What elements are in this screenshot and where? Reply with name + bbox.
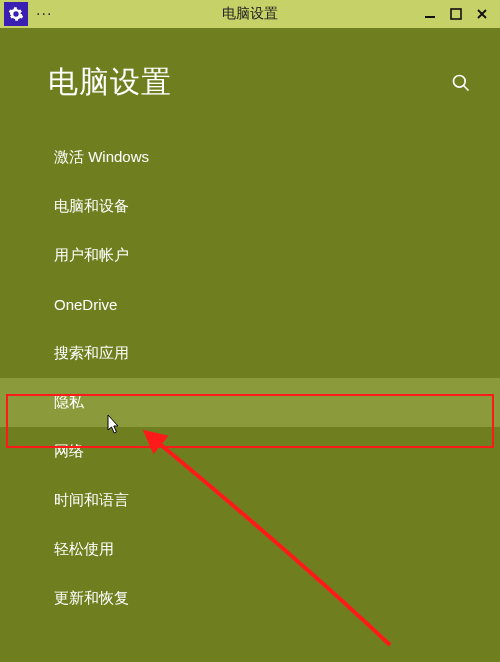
titlebar: ··· 电脑设置 (0, 0, 500, 28)
nav-item-privacy[interactable]: 隐私 (0, 378, 500, 427)
nav-item-onedrive[interactable]: OneDrive (0, 280, 500, 329)
nav-label: 网络 (54, 442, 84, 461)
nav-label: OneDrive (54, 296, 117, 313)
nav-label: 电脑和设备 (54, 197, 129, 216)
page-title: 电脑设置 (48, 62, 172, 103)
svg-line-3 (464, 85, 469, 90)
app-gear-icon (4, 2, 28, 26)
header: 电脑设置 (0, 28, 500, 111)
svg-rect-0 (425, 16, 435, 18)
nav-label: 激活 Windows (54, 148, 149, 167)
window-controls (422, 0, 496, 28)
nav-label: 更新和恢复 (54, 589, 129, 608)
nav-label: 搜索和应用 (54, 344, 129, 363)
minimize-button[interactable] (422, 6, 438, 22)
nav-item-time-language[interactable]: 时间和语言 (0, 476, 500, 525)
nav-item-activate-windows[interactable]: 激活 Windows (0, 133, 500, 182)
nav-item-network[interactable]: 网络 (0, 427, 500, 476)
search-icon[interactable] (450, 72, 472, 94)
nav-item-users-accounts[interactable]: 用户和帐户 (0, 231, 500, 280)
nav-label: 时间和语言 (54, 491, 129, 510)
nav-item-search-apps[interactable]: 搜索和应用 (0, 329, 500, 378)
nav-label: 轻松使用 (54, 540, 114, 559)
close-button[interactable] (474, 6, 490, 22)
settings-nav: 激活 Windows 电脑和设备 用户和帐户 OneDrive 搜索和应用 隐私… (0, 133, 500, 623)
nav-label: 用户和帐户 (54, 246, 129, 265)
overflow-icon[interactable]: ··· (32, 5, 56, 23)
svg-rect-1 (451, 9, 461, 19)
nav-item-update-recovery[interactable]: 更新和恢复 (0, 574, 500, 623)
svg-point-2 (454, 75, 466, 87)
nav-label: 隐私 (54, 393, 84, 412)
nav-item-ease-of-access[interactable]: 轻松使用 (0, 525, 500, 574)
nav-item-pc-devices[interactable]: 电脑和设备 (0, 182, 500, 231)
maximize-button[interactable] (448, 6, 464, 22)
content: 电脑设置 激活 Windows 电脑和设备 用户和帐户 OneDrive 搜索和… (0, 28, 500, 662)
